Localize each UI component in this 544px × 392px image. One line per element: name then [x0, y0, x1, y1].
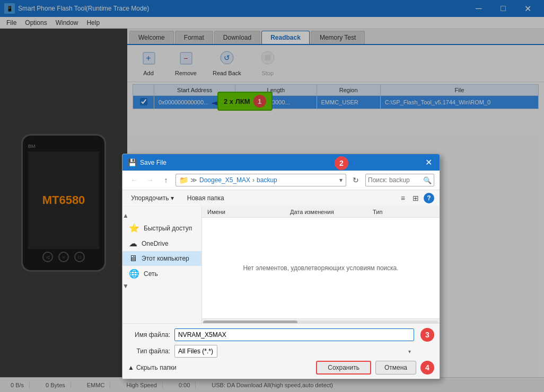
file-area-header: Имени Дата изменения Тип — [202, 207, 440, 218]
dialog-toolbar-row: Упорядочить ▾ Новая папка ≡ ⊞ ? — [122, 190, 440, 207]
search-icon[interactable]: 🔍 — [423, 176, 432, 184]
col-type[interactable]: Тип — [373, 209, 434, 215]
sidebar-scroll-down[interactable]: ▼ — [122, 281, 129, 291]
search-input[interactable] — [368, 176, 421, 184]
network-icon: 🌐 — [129, 269, 139, 279]
nav-up-button[interactable]: ↑ — [160, 174, 172, 186]
col-date[interactable]: Дата изменения — [290, 209, 352, 215]
sidebar-item-onedrive[interactable]: ☁ OneDrive — [122, 236, 201, 251]
hide-folders-label: Скрыть папки — [136, 364, 177, 371]
sidebar-item-this-computer[interactable]: 🖥 Этот компьютер — [122, 251, 201, 266]
empty-message: Нет элементов, удовлетворяющих условиям … — [243, 264, 398, 272]
dialog-overlay: 💾 Save File ✕ ← → ↑ 📁 ≫ Doogee_X5_MAX › … — [0, 0, 544, 392]
breadcrumb-bar: 📁 ≫ Doogee_X5_MAX › backup ▾ — [176, 174, 346, 186]
step3-label: 3 — [425, 331, 429, 339]
dialog-title-icon: 💾 — [128, 158, 137, 167]
onedrive-label: OneDrive — [142, 240, 169, 247]
view-controls: ≡ ⊞ ? — [398, 192, 434, 204]
quick-access-label: Быстрый доступ — [144, 225, 192, 232]
filetype-select[interactable]: All Files (*.*) — [174, 345, 217, 358]
dialog-close-button[interactable]: ✕ — [423, 157, 434, 167]
hscrollbar[interactable] — [202, 318, 440, 323]
dialog-buttons-row: ▲ Скрыть папки Сохранить Отмена 4 — [128, 361, 434, 375]
nav-back-button[interactable]: ← — [128, 174, 141, 186]
sidebar-scroll-up[interactable]: ▲ — [122, 211, 129, 220]
step3-circle: 3 — [420, 328, 434, 342]
onedrive-icon: ☁ — [129, 238, 137, 248]
save-file-dialog: 💾 Save File ✕ ← → ↑ 📁 ≫ Doogee_X5_MAX › … — [122, 154, 440, 379]
view-list-button[interactable]: ≡ — [398, 192, 408, 204]
filetype-row: Тип файла: All Files (*.*) ▾ — [128, 345, 434, 358]
cancel-button[interactable]: Отмена — [375, 361, 416, 375]
file-area-content: Нет элементов, удовлетворяющих условиям … — [202, 218, 440, 318]
filetype-label: Тип файла: — [128, 348, 170, 355]
sidebar-item-quick-access[interactable]: ⭐ Быстрый доступ — [122, 220, 201, 236]
filetype-select-arrow: ▾ — [408, 349, 411, 354]
step2-circle: 2 — [335, 156, 348, 170]
quick-access-icon: ⭐ — [129, 223, 139, 233]
hide-folders-button[interactable]: ▲ Скрыть папки — [128, 364, 177, 371]
dialog-title-text: Save File — [140, 159, 423, 166]
filename-row: Имя файла: 3 — [128, 328, 434, 342]
refresh-button[interactable]: ↻ — [349, 174, 362, 186]
col-name[interactable]: Имени — [207, 209, 269, 215]
dialog-title-bar: 💾 Save File ✕ — [122, 154, 440, 171]
dialog-nav: ← → ↑ 📁 ≫ Doogee_X5_MAX › backup ▾ ↻ 🔍 2 — [122, 171, 440, 190]
hscrollbar-track — [203, 320, 438, 324]
step2-label: 2 — [339, 159, 344, 167]
view-grid-button[interactable]: ⊞ — [410, 192, 422, 204]
dialog-body: ▲ ⭐ Быстрый доступ ☁ OneDrive 🖥 Этот ком… — [122, 207, 440, 323]
filename-label: Имя файла: — [128, 331, 170, 338]
breadcrumb-folder-icon: 📁 — [179, 176, 188, 184]
filetype-select-wrapper: All Files (*.*) ▾ — [174, 345, 414, 358]
breadcrumb-dropdown[interactable]: ▾ — [339, 176, 343, 184]
filename-input[interactable] — [174, 328, 414, 341]
computer-label: Этот компьютер — [142, 255, 189, 262]
save-button[interactable]: Сохранить — [316, 361, 371, 375]
organise-button[interactable]: Упорядочить ▾ — [128, 193, 177, 203]
breadcrumb-sep2: › — [252, 176, 255, 184]
dialog-file-area: Имени Дата изменения Тип Нет элементов, … — [202, 207, 440, 323]
nav-forward-button[interactable]: → — [144, 174, 156, 186]
breadcrumb-sep1: ≫ — [190, 176, 197, 184]
breadcrumb-backup[interactable]: backup — [257, 176, 277, 184]
network-label: Сеть — [144, 270, 158, 278]
breadcrumb-doogee[interactable]: Doogee_X5_MAX — [199, 176, 250, 184]
help-button[interactable]: ? — [424, 193, 434, 203]
step4-label: 4 — [425, 363, 429, 372]
sidebar-item-network[interactable]: 🌐 Сеть — [122, 266, 201, 281]
collapse-arrow-icon: ▲ — [128, 364, 134, 371]
dialog-sidebar: ▲ ⭐ Быстрый доступ ☁ OneDrive 🖥 Этот ком… — [122, 207, 202, 323]
search-box: 🔍 — [365, 174, 434, 186]
dialog-action-buttons: Сохранить Отмена 4 — [316, 361, 434, 375]
hscrollbar-thumb — [203, 320, 297, 324]
step4-circle: 4 — [420, 361, 434, 375]
dialog-bottom: Имя файла: 3 Тип файла: All Files (*.*) … — [122, 323, 440, 379]
new-folder-button[interactable]: Новая папка — [182, 193, 229, 203]
computer-icon: 🖥 — [129, 254, 137, 263]
